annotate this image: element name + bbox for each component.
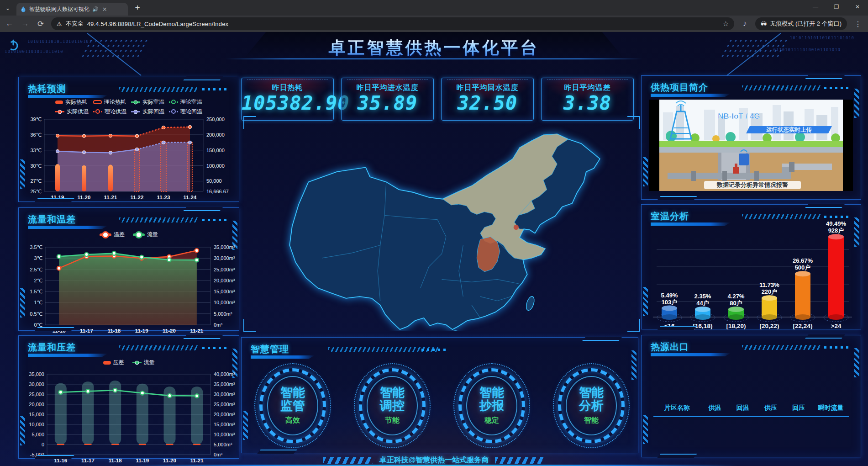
panel-title: 流量和压差 xyxy=(28,342,76,352)
reload-icon[interactable]: ⟳ xyxy=(36,19,46,29)
smart-button-analysis[interactable]: 智能分析 智能 xyxy=(553,363,630,448)
title-underline xyxy=(28,226,108,229)
svg-text:1℃: 1℃ xyxy=(34,300,42,305)
svg-text:44户: 44户 xyxy=(696,300,709,307)
svg-text:220户: 220户 xyxy=(762,288,778,295)
svg-text:4.27%: 4.27% xyxy=(728,293,745,300)
binary-deco: 1010110101101011101010 xyxy=(790,36,854,40)
browser-toolbar: ← → ⟳ ⚠ 不安全 49.4.54.96:8898/LR_CodeDemo/… xyxy=(0,16,868,32)
smart-button-regulation[interactable]: 智能调控 节能 xyxy=(354,363,431,448)
svg-text:25,000: 25,000 xyxy=(29,392,44,397)
smart-item-name: 智能监管 xyxy=(279,386,307,413)
svg-text:11-23: 11-23 xyxy=(157,195,170,200)
tab-close-icon[interactable]: ✕ xyxy=(101,6,108,13)
title-underline xyxy=(651,353,731,356)
stat-value: 35.89 xyxy=(342,94,433,113)
smart-item-name: 智能调控 xyxy=(378,386,406,413)
title-underline xyxy=(651,94,731,97)
ring-inner: 智能调控 节能 xyxy=(367,376,418,435)
address-bar[interactable]: ⚠ 不安全 49.4.54.96:8898/LR_CodeDemo/LargeS… xyxy=(51,17,734,30)
svg-text:11-20: 11-20 xyxy=(78,195,91,200)
chart-legend[interactable]: 压差流量 xyxy=(23,359,234,366)
incognito-badge[interactable]: 🕶 无痕模式 (已打开 2 个窗口) xyxy=(755,17,847,30)
incognito-icon: 🕶 xyxy=(761,21,767,27)
screen: ⌄ 智慧物联网大数据可视化平 🔊 ✕ + — ❐ ✕ ← → ⟳ ⚠ 不安全 4… xyxy=(0,0,868,466)
back-icon[interactable]: ← xyxy=(5,19,15,28)
tab-bar: ⌄ 智慧物联网大数据可视化平 🔊 ✕ + — ❐ ✕ xyxy=(0,0,868,16)
col-header: 瞬时流量 xyxy=(813,404,849,412)
binary-deco: 10101001101011011010 xyxy=(5,49,63,54)
smart-item-tag: 节能 xyxy=(385,416,400,425)
taiwan-island xyxy=(525,296,536,312)
smart-item-tag: 智能 xyxy=(584,416,599,425)
title-hatch-deco xyxy=(119,217,199,222)
svg-text:3℃: 3℃ xyxy=(34,255,42,261)
security-warning-icon[interactable]: ⚠ xyxy=(57,21,62,27)
stat-value: 3.38 xyxy=(542,94,633,113)
ribbon-deco xyxy=(643,415,648,444)
room-temp-chart[interactable]: 5.49%103户<162.35%44户[16,18)4.27%80户[18,2… xyxy=(644,221,858,335)
panel-title-row: 智慧管理 xyxy=(251,343,631,359)
svg-text:2.35%: 2.35% xyxy=(694,293,711,300)
col-header: 供压 xyxy=(757,404,784,412)
stat-value: 105382.90 xyxy=(242,94,333,113)
stat-label: 昨日平均回水温度 xyxy=(442,83,533,93)
svg-text:39℃: 39℃ xyxy=(30,116,42,122)
svg-text:5,000m³: 5,000m³ xyxy=(214,311,232,317)
close-button[interactable]: ✕ xyxy=(847,0,868,14)
dashboard: 卓正智慧供热一体化平台 1010101101011010110101 10101… xyxy=(0,32,868,466)
browser-chrome: ⌄ 智慧物联网大数据可视化平 🔊 ✕ + — ❐ ✕ ← → ⟳ ⚠ 不安全 4… xyxy=(0,0,868,32)
title-hatch-deco xyxy=(119,87,199,92)
title-hatch-deco xyxy=(742,345,821,350)
minimize-button[interactable]: — xyxy=(805,0,826,14)
panel-title: 室温分析 xyxy=(651,211,689,221)
window-controls: — ❐ ✕ xyxy=(805,0,868,14)
svg-text:0℃: 0℃ xyxy=(34,322,42,328)
ring-inner: 智能抄报 稳定 xyxy=(466,376,517,435)
svg-text:[22,24): [22,24) xyxy=(793,323,813,329)
svg-text:[20,22): [20,22) xyxy=(760,323,779,329)
media-control-icon[interactable]: ♪ xyxy=(740,19,750,28)
url-text[interactable]: 49.4.54.96:8898/LR_CodeDemo/LargeScreen/… xyxy=(87,21,719,27)
panel-title: 热源出口 xyxy=(651,342,689,352)
svg-text:11-21: 11-21 xyxy=(104,195,117,200)
svg-text:11-18: 11-18 xyxy=(107,328,121,334)
heat-source-table: 片区名称 供温 回温 供压 回压 瞬时流量 xyxy=(653,404,849,417)
forward-icon[interactable]: → xyxy=(20,19,30,28)
smart-button-supervision[interactable]: 智能监管 高效 xyxy=(254,363,331,448)
flow-temp-chart[interactable]: 3.5℃35,000m³3℃30,000m³2.5℃25,000m³2℃20,0… xyxy=(21,243,236,338)
svg-text:0.5℃: 0.5℃ xyxy=(30,311,42,317)
security-label[interactable]: 不安全 xyxy=(66,20,84,28)
tab-search-chevron-icon[interactable]: ⌄ xyxy=(0,0,16,16)
map-corner-deco xyxy=(627,116,640,129)
ribbon-deco xyxy=(643,157,648,186)
smart-button-meter-report[interactable]: 智能抄报 稳定 xyxy=(453,363,530,448)
title-hatch-deco xyxy=(742,214,821,219)
browser-menu-icon[interactable]: ⋮ xyxy=(852,20,863,28)
footer-text: 卓正科技@智慧供热一站式服务商 xyxy=(379,456,489,464)
chart-legend[interactable]: 温差流量 xyxy=(23,231,234,238)
ribbon-deco xyxy=(243,411,248,440)
panel-room-temp: 室温分析 5.49%103户<162.35%44户[16,18)4.27%80户… xyxy=(641,204,861,329)
new-tab-button[interactable]: + xyxy=(131,1,144,15)
bookmark-star-icon[interactable]: ☆ xyxy=(723,20,729,28)
china-map[interactable] xyxy=(249,117,635,331)
chart-legend[interactable]: 实际热耗理论热耗实际室温理论室温实际供温理论供温实际回温理论回温 xyxy=(23,98,234,116)
browser-tab[interactable]: 智慧物联网大数据可视化平 🔊 ✕ xyxy=(16,3,128,16)
china-map-svg[interactable] xyxy=(249,117,635,331)
svg-text:5,000m³: 5,000m³ xyxy=(214,442,232,447)
title-dots-deco xyxy=(202,219,229,221)
panel-title-row: 热耗预测 xyxy=(28,83,231,98)
tab-audio-icon[interactable]: 🔊 xyxy=(92,6,99,12)
restore-button[interactable]: ❐ xyxy=(826,0,847,14)
svg-text:10,000: 10,000 xyxy=(29,422,44,427)
project-video[interactable]: NB-IoT / 4G 运行状态实时上传 数据记录分析异常情况报警 xyxy=(649,100,853,191)
title-hatch-deco xyxy=(742,85,821,90)
heat-forecast-chart[interactable]: 39℃250,00036℃200,00033℃150,00030℃100,000… xyxy=(21,116,234,203)
svg-text:35,000m³: 35,000m³ xyxy=(214,381,235,387)
flow-pressure-chart[interactable]: 35,00040,000m³30,00035,000m³25,00030,000… xyxy=(21,371,236,466)
dot-grid-deco xyxy=(79,38,149,58)
panel-flow-pressure: 流量和压差 压差流量 35,00040,000m³30,00035,000m³2… xyxy=(18,335,239,459)
svg-text:15,000m³: 15,000m³ xyxy=(214,422,235,427)
svg-text:11-17: 11-17 xyxy=(80,328,93,334)
